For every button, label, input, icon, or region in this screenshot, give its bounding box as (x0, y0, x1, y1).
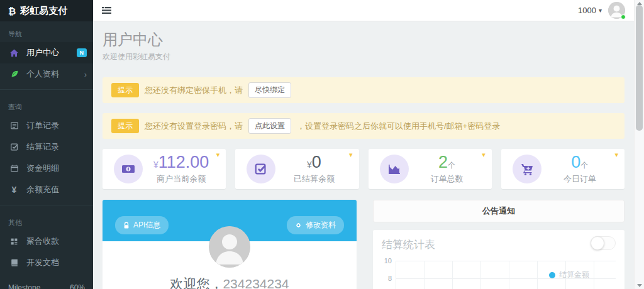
stat-value: 2 (438, 153, 448, 172)
caret-down-icon[interactable]: ▾ (482, 151, 486, 159)
caret-down-icon[interactable]: ▾ (614, 151, 618, 159)
announcement-header[interactable]: 公告通知 (373, 200, 625, 222)
sidebar-item-label: 个人资料 (26, 68, 59, 80)
edit-profile-button[interactable]: 修改资料 (287, 216, 344, 234)
legend-label: 结算金额 (559, 270, 589, 280)
page-header: 用户中心 欢迎使用彩虹易支付 (103, 30, 625, 62)
sidebar-item-label: 用户中心 (26, 47, 59, 58)
page-scrollbar[interactable] (634, 0, 644, 289)
profile-card: API信息 修改资料 欢迎您，234234234 (103, 200, 357, 289)
y-axis-tick: 8 (382, 275, 392, 282)
stat-label: 已结算余额 (275, 173, 352, 185)
caret-down-icon[interactable]: ▾ (349, 151, 353, 159)
alert-set-password: 提示 您还没有设置登录密码，请 点此设置 ，设置登录密码之后你就可以使用手机号/… (103, 113, 625, 139)
check-square-icon (9, 143, 19, 151)
sidebar-item-label: 开发文档 (26, 257, 59, 268)
sidebar-item-settlement-records[interactable]: 结算记录 (0, 136, 93, 158)
balance-amount: 1000 (578, 6, 596, 15)
sidebar-toggle-icon[interactable] (102, 6, 111, 14)
bind-now-button[interactable]: 尽快绑定 (248, 82, 291, 98)
toggle-knob (591, 236, 604, 250)
yen-icon: ¥ (9, 185, 19, 195)
new-badge: N (77, 48, 87, 57)
sidebar-item-label: 余额充值 (26, 184, 59, 195)
app-logo[interactable]: ₿ 彩虹易支付 (0, 0, 93, 21)
scroll-down-icon[interactable] (637, 284, 642, 287)
stat-suffix: 个 (448, 161, 455, 170)
sidebar-divider (0, 89, 93, 90)
page-title: 用户中心 (103, 30, 625, 50)
sidebar-progress-block: Milestone 60% Release 25% (0, 273, 93, 289)
api-info-button[interactable]: API信息 (115, 216, 169, 234)
alert-bind-phone: 提示 您还没有绑定密保手机，请 尽快绑定 (103, 77, 625, 103)
stat-value: 0 (312, 153, 321, 172)
gear-icon (295, 222, 302, 229)
app-title: 彩虹易支付 (20, 5, 67, 17)
settlement-chart: 10 8 6 结算金额 (382, 261, 616, 289)
lock-icon (123, 222, 130, 229)
stat-card-today-orders: ▾ 0个 今日订单 (501, 149, 625, 189)
qrcode-icon (9, 237, 19, 246)
y-axis-tick: 10 (382, 257, 392, 264)
main-content: 用户中心 欢迎使用彩虹易支付 提示 您还没有绑定密保手机，请 尽快绑定 提示 您… (93, 21, 634, 289)
stat-card-current-balance: ▾ ¥112.00 商户当前余额 (103, 149, 226, 189)
chart-toggle-switch[interactable] (591, 236, 616, 250)
home-icon (9, 48, 19, 58)
stat-label: 订单总数 (409, 173, 486, 185)
stat-value: 112.00 (158, 153, 209, 172)
leaf-icon (9, 70, 19, 79)
check-square-icon (247, 155, 275, 183)
stat-label: 今日订单 (541, 173, 618, 185)
right-column: 公告通知 结算统计表 10 8 6 结算金额 (373, 200, 625, 289)
bitcoin-logo-icon: ₿ (8, 6, 16, 16)
alert-text: 您还没有绑定密保手机，请 (145, 85, 243, 96)
online-status-dot (621, 14, 626, 19)
chart-legend[interactable]: 结算金额 (549, 270, 589, 280)
currency-prefix: ¥ (307, 160, 312, 170)
stat-suffix: 个 (580, 161, 588, 170)
sidebar-item-fund-details[interactable]: 资金明细 (0, 158, 93, 179)
list-icon (9, 121, 19, 130)
currency-prefix: ¥ (153, 160, 158, 170)
sidebar-item-dev-docs[interactable]: 开发文档 (0, 252, 93, 273)
scrollbar-thumb[interactable] (636, 5, 643, 131)
milestone-value: 60% (70, 283, 85, 289)
settlement-chart-card: 结算统计表 10 8 6 结算金额 (373, 230, 625, 289)
sidebar-item-profile[interactable]: 个人资料 › (0, 63, 93, 85)
banknote-icon (114, 155, 143, 183)
stat-card-total-orders: ▾ 2个 订单总数 (369, 149, 492, 189)
alert-suffix: ，设置登录密码之后你就可以使用手机号/邮箱+密码登录 (297, 121, 500, 132)
username: 234234234 (223, 276, 289, 289)
stat-label: 商户当前余额 (143, 173, 219, 185)
sidebar-item-label: 订单记录 (26, 120, 59, 131)
stat-card-settled-balance: ▾ ¥0 已结算余额 (235, 149, 358, 189)
sidebar-item-label: 结算记录 (26, 141, 59, 153)
topbar: 1000 ▾ (93, 0, 634, 21)
sidebar-item-user-center[interactable]: 用户中心 N (0, 42, 93, 63)
book-icon (9, 258, 19, 267)
stats-row: ▾ ¥112.00 商户当前余额 ▾ ¥0 (103, 149, 625, 189)
sidebar-item-order-records[interactable]: 订单记录 (0, 115, 93, 136)
sidebar-item-balance-recharge[interactable]: ¥ 余额充值 (0, 179, 93, 200)
set-password-button[interactable]: 点此设置 (248, 118, 291, 134)
calendar-icon (9, 164, 19, 173)
milestone-label: Milestone (8, 283, 40, 289)
alert-text: 您还没有设置登录密码，请 (145, 121, 243, 132)
stat-value: 0 (571, 153, 580, 172)
area-chart-icon (380, 155, 409, 183)
sidebar-item-aggregate-collection[interactable]: 聚合收款 (0, 231, 93, 252)
caret-down-icon[interactable]: ▾ (216, 151, 220, 159)
legend-dot-icon (549, 272, 555, 278)
profile-avatar[interactable] (209, 226, 250, 268)
bottom-row: API信息 修改资料 欢迎您，234234234 公告通知 结算统 (103, 200, 625, 289)
sidebar-section-query: 查询 (0, 94, 93, 115)
cart-plus-icon (513, 155, 541, 183)
user-avatar[interactable] (608, 2, 625, 19)
balance-dropdown[interactable]: 1000 ▾ (578, 6, 602, 15)
page-subtitle: 欢迎使用彩虹易支付 (103, 52, 625, 62)
welcome-prefix: 欢迎您， (170, 276, 223, 289)
chevron-right-icon: › (84, 70, 87, 79)
chart-title: 结算统计表 (382, 237, 616, 252)
sidebar-section-other: 其他 (0, 210, 93, 231)
alert-badge: 提示 (111, 83, 139, 97)
